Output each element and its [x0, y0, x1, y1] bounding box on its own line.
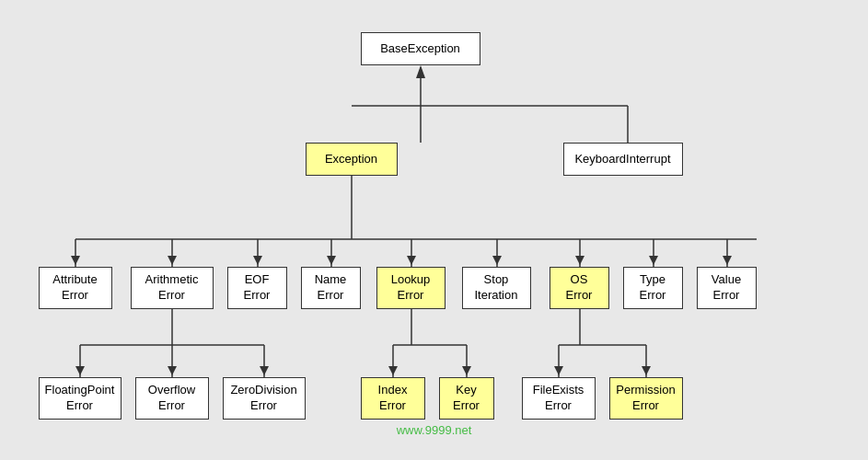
- svg-marker-20: [575, 256, 584, 265]
- overflow_error-node: Overflow Error: [135, 377, 209, 420]
- index_error-node: Index Error: [361, 377, 425, 420]
- svg-marker-36: [388, 366, 398, 375]
- permission_error-node: Permission Error: [609, 377, 683, 420]
- watermark: www.9999.net: [397, 423, 472, 437]
- svg-marker-10: [168, 256, 177, 265]
- svg-marker-8: [71, 256, 80, 265]
- key_error-node: Key Error: [439, 377, 494, 420]
- exception-node: Exception: [306, 143, 398, 176]
- zerodivision_error-node: ZeroDivision Error: [223, 377, 306, 420]
- svg-marker-42: [554, 366, 563, 375]
- svg-marker-22: [649, 256, 658, 265]
- svg-marker-28: [75, 366, 85, 375]
- svg-marker-16: [407, 256, 416, 265]
- fileexists_error-node: FileExists Error: [522, 377, 596, 420]
- svg-marker-12: [253, 256, 262, 265]
- base_exception-node: BaseException: [361, 32, 480, 65]
- type_error-node: Type Error: [623, 267, 683, 309]
- svg-marker-32: [260, 366, 269, 375]
- svg-marker-30: [168, 366, 177, 375]
- svg-marker-38: [462, 366, 471, 375]
- lookup_error-node: Lookup Error: [376, 267, 446, 309]
- name_error-node: Name Error: [301, 267, 361, 309]
- floatingpoint_error-node: FloatingPoint Error: [39, 377, 122, 420]
- svg-marker-14: [327, 256, 336, 265]
- diagram: BaseExceptionExceptionKeyboardInterruptA…: [20, 14, 849, 446]
- svg-marker-4: [416, 65, 425, 78]
- attribute_error-node: Attribute Error: [39, 267, 112, 309]
- svg-marker-18: [492, 256, 502, 265]
- keyboard_interrupt-node: KeyboardInterrupt: [563, 143, 683, 176]
- eof_error-node: EOF Error: [227, 267, 287, 309]
- arithmetic_error-node: Arithmetic Error: [131, 267, 214, 309]
- value_error-node: Value Error: [697, 267, 757, 309]
- svg-marker-24: [723, 256, 732, 265]
- stop_iteration-node: Stop Iteration: [462, 267, 531, 309]
- svg-marker-44: [642, 366, 651, 375]
- os_error-node: OS Error: [550, 267, 609, 309]
